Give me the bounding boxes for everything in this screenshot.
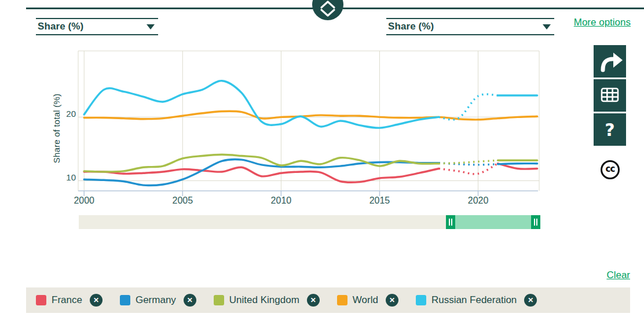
- help-button[interactable]: ?: [594, 113, 626, 146]
- share-icon: [594, 45, 626, 78]
- legend-item: France ✕: [36, 294, 103, 307]
- series-label: Germany: [136, 294, 176, 306]
- remove-series-button[interactable]: ✕: [386, 294, 398, 307]
- series-label: Russian Federation: [431, 294, 517, 306]
- creative-commons-icon[interactable]: cc: [601, 160, 620, 179]
- close-icon: ✕: [93, 297, 99, 304]
- close-icon: ✕: [528, 297, 533, 304]
- series-label: United Kingdom: [229, 294, 299, 306]
- remove-series-button[interactable]: ✕: [524, 294, 537, 307]
- close-icon: ✕: [310, 297, 316, 304]
- series-color-swatch: [120, 295, 130, 305]
- line-chart-plot: [0, 0, 644, 332]
- time-range-slider[interactable]: [79, 215, 540, 229]
- data-table-icon: [594, 79, 626, 112]
- clear-link[interactable]: Clear: [606, 270, 630, 281]
- series-color-swatch: [416, 295, 426, 305]
- x-tick-label: 2010: [271, 195, 292, 206]
- share-button[interactable]: [594, 45, 626, 78]
- y-tick-label: 20: [57, 109, 76, 119]
- cc-glyph: cc: [606, 165, 615, 175]
- x-tick-label: 2000: [74, 195, 94, 206]
- series-label: World: [353, 294, 378, 306]
- slider-selected-range[interactable]: [446, 215, 540, 229]
- help-icon: ?: [605, 120, 614, 140]
- remove-series-button[interactable]: ✕: [184, 294, 196, 307]
- slider-handle-right[interactable]: [531, 215, 540, 229]
- legend-item: Germany ✕: [120, 294, 196, 307]
- remove-series-button[interactable]: ✕: [90, 294, 103, 307]
- series-color-swatch: [36, 295, 46, 305]
- close-icon: ✕: [389, 297, 395, 304]
- remove-series-button[interactable]: ✕: [307, 294, 320, 307]
- data-table-button[interactable]: [594, 79, 626, 112]
- x-tick-label: 2020: [468, 195, 489, 206]
- legend-item: United Kingdom ✕: [214, 294, 320, 307]
- legend-item: Russian Federation ✕: [416, 294, 537, 307]
- y-axis-title: Share of total (%): [52, 94, 61, 163]
- chart-widget: Share (%) Share (%) More options Share o…: [0, 0, 644, 332]
- legend-bar: France ✕ Germany ✕ United Kingdom ✕ Worl…: [26, 287, 630, 313]
- series-color-swatch: [214, 295, 224, 305]
- x-tick-label: 2005: [172, 195, 193, 206]
- close-icon: ✕: [187, 297, 193, 304]
- x-tick-label: 2015: [369, 195, 390, 206]
- slider-handle-left[interactable]: [446, 215, 455, 229]
- y-tick-label: 10: [57, 172, 76, 182]
- series-label: France: [52, 294, 82, 306]
- legend-item: World ✕: [337, 294, 398, 307]
- series-color-swatch: [337, 295, 347, 305]
